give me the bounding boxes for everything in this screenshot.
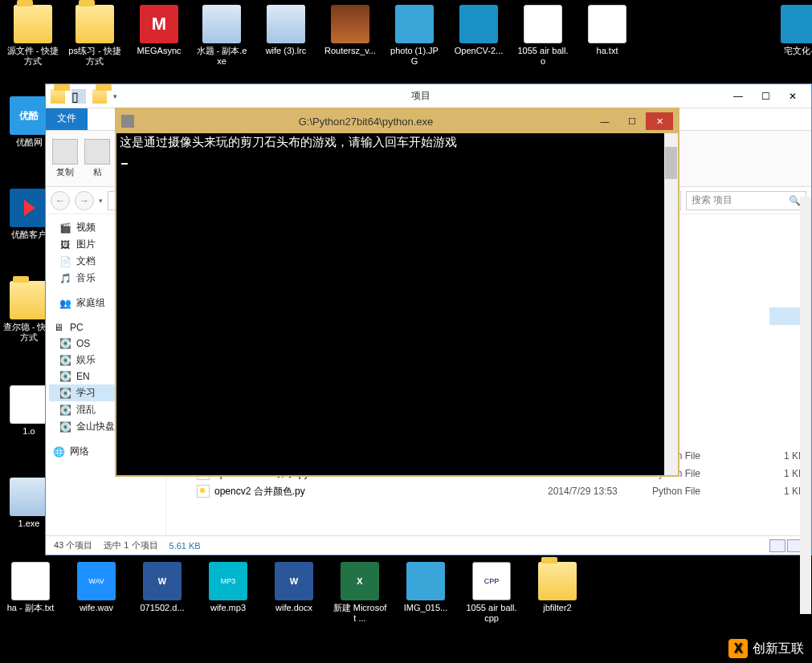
- doc-icon: W: [275, 562, 313, 600]
- folder-icon: [538, 562, 577, 600]
- desktop-icon-label: jbfilter2: [528, 603, 586, 613]
- view-details-button[interactable]: [769, 539, 785, 552]
- network-icon: 🌐: [52, 445, 65, 458]
- lib-icon: 📄: [59, 255, 71, 268]
- lib-icon: 🎵: [59, 272, 71, 285]
- drive-icon: 💽: [59, 354, 71, 367]
- txt-icon: [11, 562, 50, 600]
- desktop-icon[interactable]: MMEGAsync: [130, 5, 188, 56]
- desktop-icon[interactable]: ps练习 - 快捷方式: [66, 5, 124, 67]
- doc-icon: W: [143, 562, 182, 600]
- status-item-count: 43 个项目: [54, 539, 92, 551]
- explorer-minimize-button[interactable]: —: [724, 87, 752, 105]
- book-icon: [781, 5, 812, 43]
- file-size: 1 KB: [749, 468, 805, 479]
- desktop-icon-label: wife.wav: [67, 603, 125, 613]
- explorer-close-button[interactable]: ✕: [779, 87, 806, 105]
- props-icon[interactable]: ▯: [71, 89, 86, 104]
- console-line: 这是通过摄像头来玩的剪刀石头布的游戏，请输入回车开始游戏: [120, 135, 675, 150]
- desktop-icon-label: wife.mp3: [199, 603, 257, 613]
- homegroup-icon: 👥: [59, 297, 71, 310]
- desktop-icon-label: Routersz_v...: [321, 46, 379, 56]
- console-scroll-thumb[interactable]: [665, 147, 677, 179]
- ribbon-paste[interactable]: 粘: [84, 139, 110, 178]
- drive-icon: 💽: [59, 421, 71, 433]
- img-icon: [406, 562, 445, 600]
- play-icon: [10, 189, 48, 227]
- desktop-icon[interactable]: W071502.d...: [133, 562, 191, 613]
- explorer-maximize-button[interactable]: ☐: [752, 87, 779, 105]
- console-minimize-button[interactable]: —: [591, 112, 618, 130]
- desktop-icon-label: 新建 Microsoft ...: [331, 603, 389, 624]
- xls-icon: X: [341, 562, 379, 600]
- desktop-icon[interactable]: photo (1).JPG: [386, 5, 443, 67]
- desktop-icon[interactable]: Routersz_v...: [321, 5, 379, 56]
- search-icon: 🔍: [789, 195, 801, 206]
- search-input[interactable]: 搜索 项目 🔍: [686, 191, 806, 210]
- nav-forward-button[interactable]: →: [75, 191, 94, 210]
- file-date: 2014/7/29 13:53: [548, 486, 652, 497]
- drive-icon: 💽: [59, 370, 71, 383]
- nav-back-button[interactable]: ←: [51, 191, 70, 210]
- console-icon: [121, 115, 134, 128]
- txt-icon: [524, 5, 562, 43]
- desktop-icon[interactable]: X新建 Microsoft ...: [331, 562, 389, 624]
- zip-icon: [331, 5, 369, 43]
- desktop-icon-label: photo (1).JPG: [386, 46, 443, 67]
- desktop-icon[interactable]: MP3wife.mp3: [199, 562, 257, 613]
- open-icon[interactable]: [92, 89, 107, 104]
- desktop-icon[interactable]: OpenCV-2...: [450, 5, 508, 56]
- console-close-button[interactable]: ✕: [646, 112, 673, 130]
- file-row[interactable]: opencv2 合并颜色.py2014/7/29 13:53Python Fil…: [166, 482, 811, 500]
- status-size: 5.61 KB: [169, 541, 201, 551]
- console-scrollbar[interactable]: [664, 133, 678, 475]
- console-output[interactable]: 这是通过摄像头来玩的剪刀石头布的游戏，请输入回车开始游戏: [116, 133, 678, 475]
- desktop-icon-label: 1055 air ball.o: [514, 46, 572, 67]
- exe-icon: [267, 5, 305, 43]
- desktop-icon[interactable]: WAVwife.wav: [67, 562, 125, 613]
- desktop-icon[interactable]: 1055 air ball.o: [514, 5, 572, 67]
- file-type: Python File: [652, 486, 749, 497]
- drive-icon: 💽: [59, 387, 71, 400]
- console-titlebar[interactable]: G:\Python27bit64\python.exe — ☐ ✕: [116, 109, 678, 133]
- desktop-icon[interactable]: 源文件 - 快捷方式: [4, 5, 62, 67]
- paste-icon: [84, 139, 110, 165]
- desktop-icon-label: wife (3).lrc: [257, 46, 315, 56]
- desktop-icon-label: 源文件 - 快捷方式: [4, 46, 62, 67]
- desktop-icon-label: 1055 air ball.cpp: [463, 603, 520, 624]
- ribbon-copy[interactable]: 复制: [52, 139, 78, 178]
- console-window: G:\Python27bit64\python.exe — ☐ ✕ 这是通过摄像…: [115, 108, 679, 477]
- file-size: 1 KB: [749, 450, 805, 462]
- desktop-icon-label: ha.txt: [578, 46, 636, 56]
- folder-icon: [10, 281, 48, 319]
- exe-icon: [10, 478, 48, 516]
- watermark-logo: X: [728, 639, 748, 658]
- mega-icon: M: [140, 5, 178, 43]
- file-size: 1 KB: [749, 486, 805, 497]
- desktop-icon[interactable]: IMG_015...: [397, 562, 455, 613]
- copy-icon: [52, 139, 78, 165]
- drive-icon: 💽: [59, 337, 71, 350]
- desktop-icon[interactable]: 宅文化-.: [771, 5, 812, 56]
- desktop-icon[interactable]: 水题 - 副本.exe: [193, 5, 251, 67]
- img-icon: [395, 5, 434, 43]
- desktop-icon[interactable]: ha.txt: [578, 5, 636, 56]
- explorer-titlebar[interactable]: ▯ ▾ 项目 — ☐ ✕: [46, 84, 811, 108]
- desktop-icon[interactable]: wife (3).lrc: [257, 5, 315, 56]
- watermark: X 创新互联: [728, 639, 804, 658]
- console-maximize-button[interactable]: ☐: [618, 112, 646, 130]
- lib-icon: 🖼: [59, 238, 71, 251]
- desktop-icon[interactable]: CPP1055 air ball.cpp: [463, 562, 520, 624]
- python-file-icon: [197, 485, 210, 498]
- console-title-text: G:\Python27bit64\python.exe: [141, 116, 591, 128]
- nav-history-dropdown[interactable]: ▾: [99, 197, 103, 205]
- desktop-icon[interactable]: jbfilter2: [528, 562, 586, 613]
- desktop-icon-label: ps练习 - 快捷方式: [66, 46, 124, 67]
- status-selected: 选中 1 个项目: [104, 539, 157, 551]
- exe-icon: [202, 5, 241, 43]
- tab-file[interactable]: 文件: [46, 108, 88, 130]
- explorer-scrollbar[interactable]: [800, 197, 811, 614]
- desktop-icon[interactable]: ha - 副本.txt: [2, 562, 59, 613]
- desktop-icon[interactable]: Wwife.docx: [265, 562, 323, 613]
- desktop-icon-label: MEGAsync: [130, 46, 188, 56]
